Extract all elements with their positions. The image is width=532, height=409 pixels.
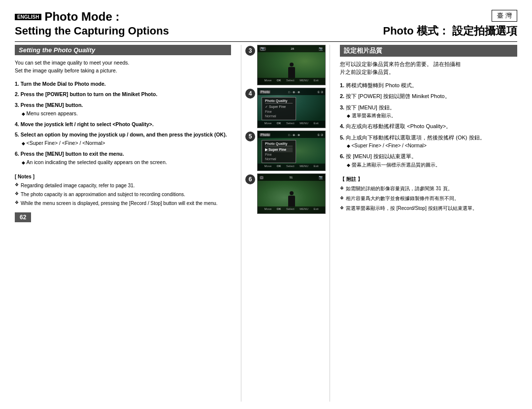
cn-step-6-text: 6. 按 [MENU] 按鈕以結束選單。 <box>340 153 417 159</box>
step-num-5: 5 <box>245 132 255 141</box>
page-number: 62 <box>15 212 31 222</box>
cam-mode-label-5: Photo <box>260 133 270 136</box>
camera-display-3: 📷 28 📷 Move OK Select MENU Exit <box>257 45 326 85</box>
menu-item-fine-4: Fine <box>265 109 293 114</box>
step-2-en: 2. Press the [POWER] button to turn on t… <box>15 90 231 99</box>
menu-item-superfine-5: ▶ Super Fine <box>265 147 293 152</box>
cam-counter-3: 28 <box>291 47 294 50</box>
intro-text-en: You can set the image quality to meet yo… <box>15 59 231 75</box>
intro-line-1: You can set the image quality to meet yo… <box>15 59 231 67</box>
cam-icon-right: 📷 <box>319 47 323 51</box>
step-6-sub: An icon indicating the selected quality … <box>15 158 231 167</box>
cn-notes-title: 【 附註 】 <box>340 175 517 183</box>
cam-hud-6: □ 51 📷 <box>258 174 325 181</box>
cn-step-3-sub: 選單螢幕將會顯示。 <box>340 112 517 120</box>
cam-step-4-row: 4 Photo □ · ⊕ · ⊗ ① ② Photo Quality ✓ Su… <box>245 88 326 128</box>
cam-hud-3: 📷 28 📷 <box>258 45 325 52</box>
section-header-cn: 設定相片品質 <box>340 45 517 57</box>
right-column: 設定相片品質 您可以設定影像品質來符合您的需要。 請在拍攝相 片之前設定影像品質… <box>330 45 517 402</box>
page: ENGLISH Photo Mode : Setting the Capturi… <box>0 0 532 409</box>
note-1-en: Regarding detailed image capacity, refer… <box>15 182 231 189</box>
intro-line-2: Set the image quality before taking a pi… <box>15 67 231 75</box>
step-1-en: 1. Turn the Mode Dial to Photo mode. <box>15 80 231 88</box>
chinese-header-title: Photo 模式： 設定拍攝選項 <box>383 24 517 38</box>
cam-step-5-row: 5 Photo □ · ⊕ · ⊗ ① ② Photo Quality ▶ Su… <box>245 131 326 171</box>
step-4-en: 4. Move the joystick left / right to sel… <box>15 120 231 129</box>
header-title-line1: ENGLISH Photo Mode : <box>15 10 169 24</box>
menu-title-4: Photo Quality <box>265 99 293 103</box>
taiwan-badge: 臺 灣 <box>492 10 517 22</box>
english-badge: ENGLISH <box>15 14 41 20</box>
cam-bottom-4: Move OK Select MENU Exit <box>258 121 325 128</box>
cn-step-3-text: 3. 按下 [MENU] 按鈕。 <box>340 104 395 110</box>
cn-step-5-sub: <Super Fine> / <Fine> / <Normal> <box>340 142 517 150</box>
step-6-en: 6. Press the [MENU] button to exit the m… <box>15 150 231 167</box>
cn-step-4-text: 4. 向左或向右移動搖桿選取 <Photo Quality>。 <box>340 123 451 129</box>
cam-counter-4: □ · ⊕ · ⊗ <box>288 90 300 94</box>
cam-bottom-5: Move OK Select MENU Exit <box>258 164 325 170</box>
step-3-en: 3. Press the [MENU] button. Menu screen … <box>15 101 231 118</box>
cam-counter-6: 51 <box>290 176 293 179</box>
cam-mode-label-4: Photo <box>260 90 270 94</box>
menu-title-5: Photo Quality <box>265 142 293 146</box>
camera-display-5: Photo □ · ⊕ · ⊗ ① ② Photo Quality ▶ Supe… <box>257 131 326 171</box>
cn-step-1: 1. 將模式轉盤轉到 Photo 模式。 <box>340 81 517 90</box>
cam-step-3-row: 3 📷 28 📷 Move O <box>245 45 326 85</box>
cn-step-5-text: 5. 向上或向下移動搖桿以選取選項，然後按搖桿 (OK) 按鈕。 <box>340 135 485 140</box>
cam-bottom-6: Move OK Select MENU Exit <box>258 206 325 213</box>
cn-step-4: 4. 向左或向右移動搖桿選取 <Photo Quality>。 <box>340 122 517 131</box>
steps-list-en: 1. Turn the Mode Dial to Photo mode. 2. … <box>15 80 231 169</box>
cam-bottom-3: Move OK Select MENU Exit <box>258 78 325 85</box>
cn-note-1: 如需關於詳細的影像容量資訊，請參閱第 31 頁。 <box>340 185 517 193</box>
menu-item-fine-5: Fine <box>265 152 293 157</box>
cam-mode-icon: 📷 <box>260 47 266 51</box>
left-column: Setting the Photo Quality You can set th… <box>15 45 241 402</box>
cn-step-3: 3. 按下 [MENU] 按鈕。 選單螢幕將會顯示。 <box>340 103 517 120</box>
cn-intro-line-2: 片之前設定影像品質。 <box>340 68 517 76</box>
cn-step-2-text: 2. 按下 [POWER] 按鈕以開啓 Miniket Photo。 <box>340 93 450 99</box>
step-3-sub: Menu screen appears. <box>15 109 231 118</box>
capturing-options-title: Setting the Capturing Options <box>15 25 169 37</box>
step-2-text: 2. Press the [POWER] button to turn on t… <box>15 91 157 97</box>
section-header-en: Setting the Photo Quality <box>15 45 231 55</box>
step-5-en: 5. Select an option by moving the joysti… <box>15 131 231 147</box>
camera-display-4: Photo □ · ⊕ · ⊗ ① ② Photo Quality ✓ Supe… <box>257 88 326 128</box>
menu-item-normal-4: Normal <box>265 114 293 118</box>
step-1-text: 1. Turn the Mode Dial to Photo mode. <box>15 81 106 87</box>
steps-list-cn: 1. 將模式轉盤轉到 Photo 模式。 2. 按下 [POWER] 按鈕以開啓… <box>340 81 517 172</box>
cam-hud-4: Photo □ · ⊕ · ⊗ ① ② <box>258 88 325 95</box>
camera-images-col: 3 📷 28 📷 Move O <box>241 45 330 402</box>
cam-hud-5: Photo □ · ⊕ · ⊗ ① ② <box>258 131 325 138</box>
fig-body-6 <box>288 196 295 206</box>
note-2-en: The photo capacity is an approximation a… <box>15 191 231 198</box>
intro-text-cn: 您可以設定影像品質來符合您的需要。 請在拍攝相 片之前設定影像品質。 <box>340 61 517 76</box>
step-num-4: 4 <box>245 89 255 99</box>
main-content: Setting the Photo Quality You can set th… <box>15 45 517 402</box>
cn-step-1-text: 1. 將模式轉盤轉到 Photo 模式。 <box>340 82 417 88</box>
fig-body <box>288 67 295 78</box>
fig-head <box>290 63 294 67</box>
cn-step-5: 5. 向上或向下移動搖桿以選取選項，然後按搖桿 (OK) 按鈕。 <Super … <box>340 134 517 150</box>
cam-figure-3 <box>288 63 295 78</box>
cam-figure-6 <box>288 191 295 206</box>
cn-note-3: 當選單螢幕顯示時，按 [Record/Stop] 按鈕將可以結束選單。 <box>340 204 517 212</box>
menu-overlay-5: Photo Quality ▶ Super Fine Fine Normal <box>262 140 296 163</box>
cam-icons-4: ① ② <box>317 90 323 94</box>
menu-item-superfine-4: ✓ Super Fine <box>265 104 293 109</box>
page-header: ENGLISH Photo Mode : Setting the Capturi… <box>15 10 517 42</box>
cam-icon-6r: 📷 <box>319 175 323 179</box>
notes-en: [ Notes ] Regarding detailed image capac… <box>15 173 231 208</box>
cam-mode-icon-6: □ <box>260 176 264 179</box>
step-4-text: 4. Move the joystick left / right to sel… <box>15 121 154 127</box>
step-3-text: 3. Press the [MENU] button. <box>15 102 83 108</box>
fig-head-6 <box>290 191 294 195</box>
cn-step-6: 6. 按 [MENU] 按鈕以結束選單。 螢幕上將顯示一個標示所選品質的圖示。 <box>340 152 517 169</box>
step-num-3: 3 <box>245 46 255 56</box>
step-6-text: 6. Press the [MENU] button to exit the m… <box>15 151 124 157</box>
cam-step-6-row: 6 □ 51 📷 Move OK Select <box>245 173 326 214</box>
step-num-6: 6 <box>245 174 255 184</box>
step-5-sub: <Super Fine> / <Fine> / <Normal> <box>15 139 231 147</box>
header-right: 臺 灣 Photo 模式： 設定拍攝選項 <box>383 10 517 38</box>
cn-intro-line-1: 您可以設定影像品質來符合您的需要。 請在拍攝相 <box>340 61 517 68</box>
cn-step-6-sub: 螢幕上將顯示一個標示所選品質的圖示。 <box>340 161 517 169</box>
